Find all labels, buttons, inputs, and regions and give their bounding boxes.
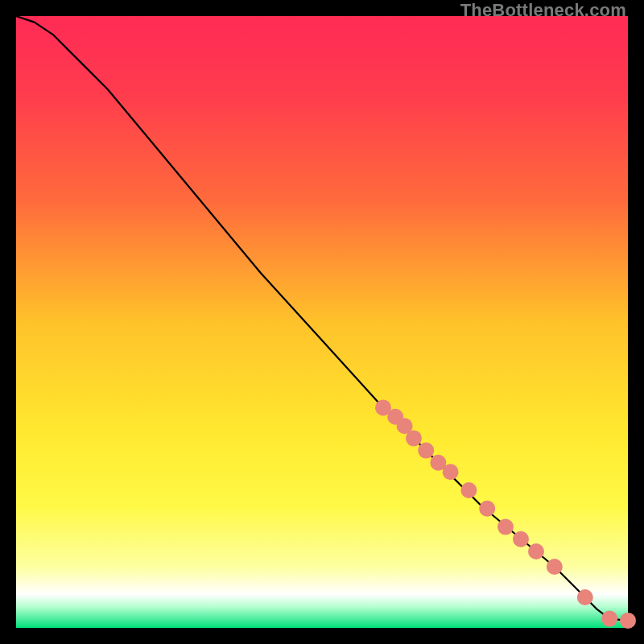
highlight-marker xyxy=(577,589,593,605)
highlight-marker xyxy=(497,519,514,535)
highlight-marker xyxy=(547,559,563,575)
highlight-marker xyxy=(513,531,529,547)
highlight-marker xyxy=(479,501,495,517)
highlight-marker xyxy=(620,613,636,629)
highlight-marker xyxy=(528,543,544,559)
highlight-marker xyxy=(460,482,477,498)
highlight-marker xyxy=(601,611,617,627)
highlight-marker xyxy=(443,464,459,480)
chart-frame xyxy=(16,16,628,628)
main-curve xyxy=(16,16,628,621)
highlight-marker xyxy=(418,443,434,459)
highlight-marker-group xyxy=(375,399,636,628)
chart-plot-layer xyxy=(16,16,628,628)
highlight-marker xyxy=(406,430,422,446)
